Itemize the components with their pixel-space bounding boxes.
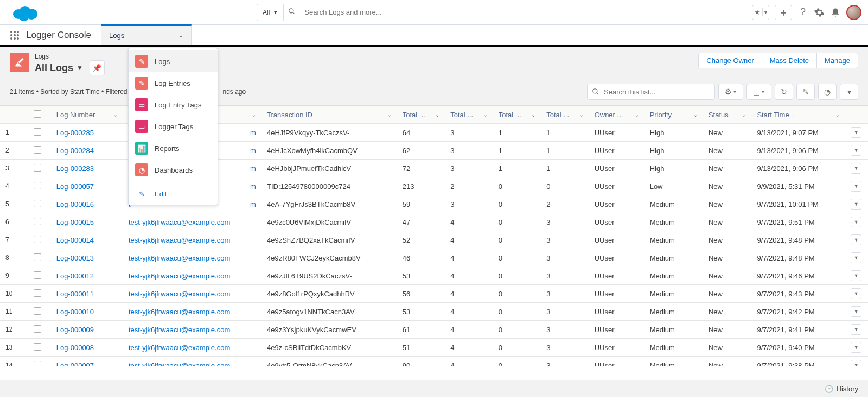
log-number-link[interactable]: Log-000284 bbox=[56, 147, 94, 155]
row-actions-button[interactable]: ▼ bbox=[851, 342, 861, 353]
display-as-button[interactable]: ▦▼ bbox=[746, 84, 771, 100]
column-header[interactable]: Status⌄ bbox=[703, 106, 752, 124]
nav-tab-logs[interactable]: Logs ⌄ bbox=[101, 24, 192, 45]
row-checkbox[interactable] bbox=[34, 253, 41, 261]
row-actions-button[interactable]: ▼ bbox=[851, 306, 861, 317]
log-number-link[interactable]: Log-000016 bbox=[56, 200, 94, 208]
chart-button[interactable]: ◔ bbox=[818, 84, 837, 100]
row-actions-button[interactable]: ▼ bbox=[851, 127, 861, 138]
row-checkbox[interactable] bbox=[34, 200, 41, 207]
log-number-link[interactable]: Log-000283 bbox=[56, 164, 94, 173]
row-checkbox[interactable] bbox=[34, 325, 41, 333]
row-checkbox[interactable] bbox=[34, 361, 41, 367]
row-checkbox[interactable] bbox=[34, 343, 41, 351]
manage-button[interactable]: Manage bbox=[817, 53, 858, 68]
user-link[interactable]: test-yjk6jfrwaacu@example.com bbox=[129, 308, 230, 316]
row-actions-button[interactable]: ▼ bbox=[851, 163, 861, 174]
history-button[interactable]: History bbox=[837, 385, 858, 393]
log-number-link[interactable]: Log-000014 bbox=[56, 236, 94, 244]
row-actions-button[interactable]: ▼ bbox=[851, 288, 861, 299]
log-number-link[interactable]: Log-000008 bbox=[56, 344, 94, 352]
log-number-link[interactable]: Log-000285 bbox=[56, 129, 94, 137]
log-number-link[interactable]: Log-000007 bbox=[56, 361, 94, 367]
list-view-picker[interactable]: All Logs ▼ 📌 bbox=[35, 60, 105, 75]
row-checkbox[interactable] bbox=[34, 218, 41, 225]
chevron-down-icon[interactable]: ⌄ bbox=[531, 112, 535, 118]
help-icon[interactable]: ? bbox=[797, 7, 808, 18]
row-actions-button[interactable]: ▼ bbox=[851, 199, 861, 210]
user-link[interactable]: test-yjk6jfrwaacu@example.com bbox=[129, 326, 230, 334]
row-actions-button[interactable]: ▼ bbox=[851, 217, 861, 227]
log-number-link[interactable]: Log-000013 bbox=[56, 254, 94, 262]
inline-edit-button[interactable]: ✎ bbox=[796, 84, 815, 100]
nav-dropdown-item[interactable]: ✎Logs bbox=[129, 50, 218, 72]
add-button[interactable]: ＋ bbox=[775, 5, 792, 20]
user-link[interactable]: m bbox=[250, 164, 256, 173]
chevron-down-icon[interactable]: ⌄ bbox=[252, 112, 256, 118]
chevron-down-icon[interactable]: ⌄ bbox=[387, 112, 392, 118]
user-avatar[interactable] bbox=[846, 5, 861, 20]
user-link[interactable]: test-yjk6jfrwaacu@example.com bbox=[129, 254, 230, 262]
user-link[interactable]: test-yjk6jfrwaacu@example.com bbox=[129, 218, 230, 226]
user-link[interactable]: test-yjk6jfrwaacu@example.com bbox=[129, 290, 230, 298]
change-owner-button[interactable]: Change Owner bbox=[698, 53, 762, 68]
column-header[interactable]: Start Time↓⌄ bbox=[751, 106, 845, 124]
log-number-link[interactable]: Log-000012 bbox=[56, 272, 94, 280]
row-checkbox[interactable] bbox=[34, 182, 41, 189]
app-launcher-icon[interactable] bbox=[7, 25, 23, 45]
column-header[interactable]: Owner ...⌄ bbox=[589, 106, 644, 124]
chevron-down-icon[interactable]: ⌄ bbox=[635, 112, 639, 118]
chevron-down-icon[interactable]: ⌄ bbox=[435, 112, 439, 118]
row-actions-button[interactable]: ▼ bbox=[851, 181, 861, 192]
chevron-down-icon[interactable]: ⌄ bbox=[835, 112, 840, 118]
nav-dropdown-item[interactable]: 📊Reports bbox=[129, 137, 218, 159]
nav-dropdown-item[interactable]: ✎Log Entries bbox=[129, 72, 218, 94]
chevron-down-icon[interactable]: ⌄ bbox=[693, 112, 698, 118]
user-link[interactable]: test-yjk6jfrwaacu@example.com bbox=[129, 236, 230, 244]
pin-list-button[interactable]: 📌 bbox=[90, 60, 105, 75]
row-checkbox[interactable] bbox=[34, 271, 41, 279]
row-actions-button[interactable]: ▼ bbox=[851, 360, 861, 366]
log-number-link[interactable]: Log-000015 bbox=[56, 218, 94, 226]
row-checkbox[interactable] bbox=[34, 236, 41, 243]
user-link[interactable]: test-yjk6jfrwaacu@example.com bbox=[129, 361, 230, 367]
column-header[interactable]: Total ...⌄ bbox=[445, 106, 493, 124]
row-checkbox[interactable] bbox=[34, 307, 41, 315]
log-number-link[interactable]: Log-000011 bbox=[56, 290, 94, 298]
refresh-button[interactable]: ↻ bbox=[775, 84, 793, 100]
chevron-down-icon[interactable]: ⌄ bbox=[113, 112, 118, 118]
row-actions-button[interactable]: ▼ bbox=[851, 252, 861, 263]
user-link[interactable]: m bbox=[250, 147, 256, 155]
mass-delete-button[interactable]: Mass Delete bbox=[762, 53, 817, 68]
setup-gear-icon[interactable] bbox=[814, 7, 825, 18]
row-checkbox[interactable] bbox=[34, 146, 41, 154]
chevron-down-icon[interactable]: ⌄ bbox=[178, 32, 183, 39]
column-header[interactable]: Priority⌄ bbox=[644, 106, 703, 124]
nav-dropdown-item[interactable]: ▭Log Entry Tags bbox=[129, 94, 218, 116]
filter-button[interactable]: ▾ bbox=[840, 84, 858, 100]
list-search[interactable] bbox=[587, 84, 715, 100]
list-search-input[interactable] bbox=[603, 87, 710, 97]
notifications-bell-icon[interactable] bbox=[830, 7, 841, 18]
search-scope-dropdown[interactable]: All ▼ bbox=[257, 4, 284, 21]
nav-dropdown-item[interactable]: ▭Logger Tags bbox=[129, 116, 218, 137]
log-number-link[interactable]: Log-000057 bbox=[56, 182, 94, 191]
user-link[interactable]: test-yjk6jfrwaacu@example.com bbox=[129, 272, 230, 280]
row-actions-button[interactable]: ▼ bbox=[851, 145, 861, 156]
log-number-link[interactable]: Log-000009 bbox=[56, 326, 94, 334]
user-link[interactable]: m bbox=[250, 129, 256, 137]
row-checkbox[interactable] bbox=[34, 289, 41, 297]
column-header[interactable]: Log Number⌄ bbox=[51, 106, 123, 124]
column-header[interactable]: Total ...⌄ bbox=[541, 106, 589, 124]
user-link[interactable]: test-yjk6jfrwaacu@example.com bbox=[129, 344, 230, 352]
global-search-input[interactable] bbox=[300, 4, 544, 21]
global-search[interactable]: All ▼ bbox=[257, 4, 544, 21]
column-header[interactable]: Transaction ID⌄ bbox=[261, 106, 397, 124]
user-link[interactable]: m bbox=[250, 182, 256, 191]
favorites-button[interactable]: ★ ▼ bbox=[752, 5, 769, 20]
row-actions-button[interactable]: ▼ bbox=[851, 270, 861, 281]
row-actions-button[interactable]: ▼ bbox=[851, 234, 861, 245]
nav-dropdown-item[interactable]: ◔Dashboards bbox=[129, 159, 218, 181]
chevron-down-icon[interactable]: ⌄ bbox=[483, 112, 488, 118]
row-actions-button[interactable]: ▼ bbox=[851, 324, 861, 335]
